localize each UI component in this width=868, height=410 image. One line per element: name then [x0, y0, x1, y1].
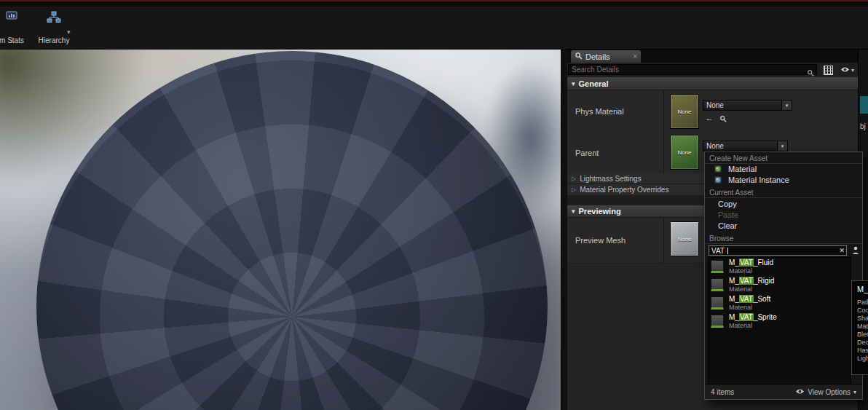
phys-material-combo-value: None [706, 101, 724, 109]
stats-icon [6, 11, 17, 23]
menu-item-copy[interactable]: Copy [705, 199, 862, 210]
chevron-down-icon: ▾ [781, 100, 792, 110]
browse-asset-icon[interactable] [718, 114, 728, 123]
phys-material-thumbnail[interactable]: None [670, 94, 699, 129]
details-search-row: ▾ [567, 63, 858, 78]
search-match-highlight: VAT [739, 295, 754, 303]
property-matrix-button[interactable] [821, 65, 835, 76]
menu-item-material-instance-label: Material Instance [728, 176, 789, 184]
platform-stats-button[interactable]: m Stats [0, 11, 28, 46]
chevron-down-icon: ▾ [853, 389, 856, 395]
menu-header-create-new-asset: Create New Asset [705, 154, 862, 164]
asset-name: M_VAT_Fluid [729, 259, 773, 267]
menu-item-clear[interactable]: Clear [705, 221, 862, 232]
tab-close-icon[interactable]: × [633, 53, 637, 60]
section-expanded-icon: ▾ [572, 208, 575, 215]
tooltip-line: Ligh [857, 355, 868, 363]
collapsed-arrow-icon: ▷ [572, 176, 576, 182]
developers-filter-icon[interactable] [851, 245, 861, 256]
section-general-label: General [579, 79, 609, 88]
row-phys-material: Phys Material None None ▾ ← [567, 90, 858, 133]
search-match-highlight: VAT [739, 259, 754, 267]
preview-mesh-label: Preview Mesh [567, 218, 664, 263]
search-match-highlight: VAT [739, 277, 754, 285]
view-options-caret: ▾ [851, 67, 854, 74]
tooltip-line: Sha [857, 315, 868, 323]
asset-row-m-vat-rigid[interactable]: M_VAT_Rigid Material [709, 276, 851, 294]
asset-type: Material [729, 285, 752, 293]
tooltip-line: Patl [857, 299, 868, 307]
grid-icon [824, 66, 833, 75]
menu-strip [0, 1, 868, 7]
menu-header-current-asset: Current Asset [705, 189, 862, 198]
tooltip-line: Coo [857, 307, 868, 315]
text-cursor [727, 248, 728, 254]
menu-item-material-label: Material [728, 165, 757, 173]
eye-icon [840, 66, 850, 74]
section-expanded-icon: ▾ [572, 80, 575, 87]
tooltip-line: Deca [857, 339, 868, 347]
view-options-label: View Options [808, 388, 851, 396]
details-search-input[interactable] [569, 65, 816, 74]
section-previewing-label: Previewing [579, 207, 621, 216]
section-general[interactable]: ▾ General [567, 77, 858, 90]
asset-tooltip: M_ Patl Coo Sha Mate Blen Deca Has Ligh [851, 280, 868, 375]
clipped-panel-text: bj [860, 122, 866, 130]
view-options-button[interactable]: View Options ▾ [795, 388, 856, 396]
asset-list: M_VAT_Fluid Material M_VAT_Rigid Materia… [708, 257, 851, 385]
search-match-highlight: VAT [739, 313, 754, 321]
parent-combo[interactable]: None ▾ [703, 141, 788, 151]
parent-thumb-text: None [677, 149, 691, 156]
stats-button-label: m Stats [0, 36, 24, 46]
tooltip-line: Blen [857, 331, 868, 339]
parent-label: Parent [567, 133, 664, 173]
asset-thumbnail [711, 278, 724, 291]
menu-item-paste: Paste [705, 210, 862, 221]
asset-thumbnail [711, 315, 724, 328]
hierarchy-button-label: Hierarchy [39, 36, 70, 46]
details-search[interactable] [568, 64, 817, 75]
details-tab-bar: Details × [567, 50, 858, 63]
menu-item-material[interactable]: Material [705, 164, 862, 175]
asset-search-box[interactable]: ✕ [709, 245, 847, 256]
hierarchy-dropdown-caret[interactable]: ▾ [67, 28, 71, 36]
hierarchy-icon [46, 11, 62, 25]
asset-picker-menu: Create New Asset Material Material Insta… [704, 151, 863, 400]
details-tab-label: Details [585, 52, 610, 61]
asset-type: Material [729, 322, 752, 329]
tooltip-line: Has [857, 347, 868, 355]
details-view-options-button[interactable]: ▾ [838, 65, 856, 76]
chevron-down-icon: ▾ [777, 141, 787, 151]
parent-combo-value: None [706, 142, 724, 150]
asset-row-m-vat-sprite[interactable]: M_VAT_Sprite Material [709, 312, 851, 331]
eye-icon [795, 388, 805, 396]
clear-search-icon[interactable]: ✕ [839, 247, 845, 254]
parent-thumbnail[interactable]: None [670, 135, 699, 170]
material-preview-viewport[interactable] [0, 50, 561, 410]
phys-material-combo[interactable]: None ▾ [703, 100, 792, 111]
asset-count: 4 items [711, 388, 734, 396]
asset-name: M_VAT_Rigid [729, 277, 774, 285]
docked-tab-fragment [860, 96, 868, 114]
asset-row-m-vat-fluid[interactable]: M_VAT_Fluid Material [709, 258, 851, 276]
menu-header-browse: Browse [705, 234, 862, 244]
tab-details[interactable]: Details × [571, 50, 641, 63]
collapsed-arrow-icon: ▷ [572, 186, 576, 193]
main-toolbar: m Stats Hierarchy ▾ [0, 7, 868, 50]
use-selected-arrow-icon[interactable]: ← [704, 113, 714, 122]
material-overrides-label: Material Property Overrides [580, 186, 668, 194]
asset-type: Material [729, 304, 752, 311]
material-instance-asset-icon [714, 176, 722, 187]
phys-material-thumb-text: None [677, 109, 691, 115]
phys-material-value: None None ▾ ← [664, 90, 858, 133]
asset-thumbnail [711, 260, 724, 273]
phys-material-label: Phys Material [567, 90, 664, 133]
asset-name: M_VAT_Soft [729, 295, 770, 303]
asset-search-input[interactable] [709, 246, 846, 255]
asset-type: Material [729, 267, 752, 275]
asset-row-m-vat-soft[interactable]: M_VAT_Soft Material [709, 294, 851, 312]
menu-item-material-instance[interactable]: Material Instance [705, 175, 862, 186]
asset-thumbnail [711, 296, 724, 310]
details-tab-icon [575, 52, 583, 61]
preview-mesh-thumbnail[interactable]: None [670, 221, 699, 256]
